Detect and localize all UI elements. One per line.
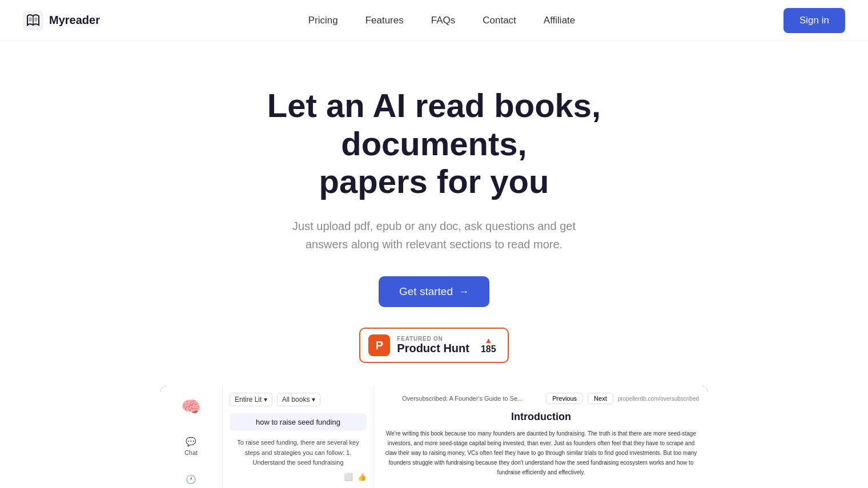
nav-affiliate[interactable]: Affiliate — [544, 15, 575, 26]
logo-text: Myreader — [49, 14, 100, 27]
library-dropdown[interactable]: Entire Lit ▾ — [230, 393, 272, 406]
logo[interactable]: Myreader — [23, 10, 100, 31]
chat-actions: ⬜ 👍 — [230, 473, 367, 481]
nav-faqs[interactable]: FAQs — [431, 15, 456, 26]
product-hunt-badge[interactable]: P FEATURED ON Product Hunt ▲ 185 — [359, 328, 508, 363]
product-hunt-logo: P — [368, 334, 390, 356]
book-nav-label: Oversubscribed: A Founder's Guide to Se.… — [383, 395, 541, 402]
featured-on-label: FEATURED ON — [397, 336, 443, 342]
product-hunt-name: Product Hunt — [397, 342, 469, 355]
nav-features[interactable]: Features — [365, 15, 404, 26]
nav-contact[interactable]: Contact — [483, 15, 516, 26]
app-preview: 🧠 💬 Chat 🕐 History ⬆ Upload 📖 Library — [160, 386, 708, 488]
svg-point-2 — [34, 17, 38, 22]
chat-icon: 💬 — [186, 437, 196, 447]
hero-subtitle: Just upload pdf, epub or any doc, ask qu… — [280, 217, 588, 253]
sidebar-item-history[interactable]: 🕐 History — [160, 472, 222, 488]
copy-icon[interactable]: ⬜ — [344, 473, 353, 481]
app-book-panel: Oversubscribed: A Founder's Guide to Se.… — [374, 386, 708, 488]
sidebar-chat-label: Chat — [184, 449, 198, 456]
chat-answer: To raise seed funding, there are several… — [230, 438, 367, 468]
books-dropdown[interactable]: All books ▾ — [277, 393, 320, 406]
book-body-text: We're writing this book because too many… — [383, 429, 699, 477]
nav-links: Pricing Features FAQs Contact Affiliate — [308, 15, 576, 26]
get-started-label: Get started — [399, 285, 453, 298]
app-chat-panel: Entire Lit ▾ All books ▾ how to raise se… — [223, 386, 374, 488]
book-chapter-title: Introduction — [383, 411, 699, 423]
product-hunt-text: FEATURED ON Product Hunt — [397, 336, 469, 355]
upvote-triangle-icon: ▲ — [484, 336, 492, 344]
app-logo-icon: 🧠 — [181, 397, 201, 416]
history-icon: 🕐 — [186, 474, 196, 485]
next-button[interactable]: Next — [588, 393, 613, 404]
chat-question: how to raise seed funding — [230, 413, 367, 431]
navbar: Myreader Pricing Features FAQs Contact A… — [0, 0, 868, 41]
chat-toolbar: Entire Lit ▾ All books ▾ — [230, 393, 367, 406]
hero-section: Let an AI read books, documents, papers … — [0, 41, 868, 488]
thumbs-up-icon[interactable]: 👍 — [357, 473, 367, 481]
book-navigation: Oversubscribed: A Founder's Guide to Se.… — [383, 393, 699, 404]
product-hunt-vote: ▲ 185 — [481, 336, 496, 354]
app-sidebar: 🧠 💬 Chat 🕐 History ⬆ Upload 📖 Library — [160, 386, 223, 488]
arrow-right-icon: → — [459, 286, 469, 298]
previous-button[interactable]: Previous — [546, 393, 583, 404]
logo-icon — [23, 10, 43, 31]
sign-in-button[interactable]: Sign in — [783, 8, 845, 33]
book-url: propellerdb.com/oversubscribed — [618, 396, 699, 402]
sidebar-item-chat[interactable]: 💬 Chat — [160, 434, 222, 458]
hero-title: Let an AI read books, documents, papers … — [234, 87, 634, 201]
get-started-button[interactable]: Get started → — [379, 276, 489, 307]
vote-count: 185 — [481, 344, 496, 354]
nav-pricing[interactable]: Pricing — [308, 15, 338, 26]
svg-point-1 — [29, 17, 32, 22]
